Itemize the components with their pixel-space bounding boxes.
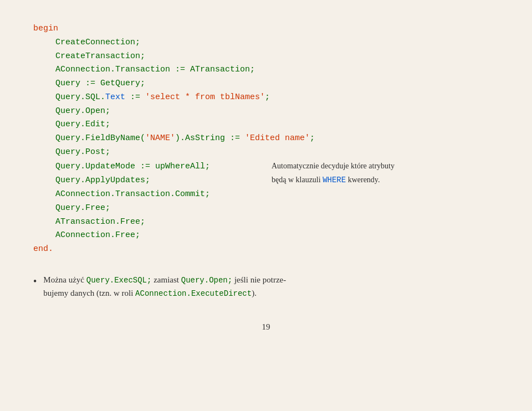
bullet-dot: • bbox=[33, 274, 37, 290]
code-fieldbyname: Query.FieldByName('NAME').AsString := 'E… bbox=[55, 133, 315, 143]
code-aconnfree: AConnection.Free; bbox=[55, 230, 140, 240]
code-updatemode: Query.UpdateMode := upWhereAll; bbox=[55, 162, 210, 171]
bullet-code1: Query.ExecSQL; bbox=[86, 276, 152, 285]
bullet-section: • Można użyć Query.ExecSQL; zamiast Quer… bbox=[33, 273, 488, 300]
code-line-aconnfree: AConnection.Free; bbox=[33, 229, 499, 243]
code-atrans: AConnection.Transaction := ATransaction; bbox=[55, 65, 255, 74]
code-queryfree: Query.Free; bbox=[55, 203, 110, 213]
bullet-pre: Można użyć bbox=[43, 275, 86, 284]
code-block: begin CreateConnection; CreateTransactio… bbox=[33, 22, 499, 256]
code-atransfree: ATransaction.Free; bbox=[55, 217, 145, 227]
code-line-open: Query.Open; bbox=[33, 105, 499, 119]
code-commit: AConnection.Transaction.Commit; bbox=[55, 189, 210, 199]
page-number: 19 bbox=[262, 322, 270, 331]
comment-applyupdates-post: kwerendy. bbox=[346, 176, 380, 184]
code-line-createconn: CreateConnection; bbox=[33, 36, 499, 50]
code-line-atransfree: ATransaction.Free; bbox=[33, 215, 499, 229]
code-edit: Query.Edit; bbox=[55, 120, 110, 129]
comment-applyupdates-pre: będą w klauzuli bbox=[272, 176, 323, 184]
code-line-applyupdates: Query.ApplyUpdates; będą w klauzuli WHER… bbox=[33, 173, 499, 188]
page-number-area: 19 bbox=[33, 322, 499, 332]
code-line-end: end. bbox=[33, 243, 499, 256]
bullet-code2: Query.Open; bbox=[181, 276, 232, 285]
comment-where-keyword: WHERE bbox=[323, 176, 346, 184]
code-line-getquery: Query := GetQuery; bbox=[33, 77, 499, 91]
code-post: Query.Post; bbox=[55, 147, 110, 157]
code-sqltext-pre: Query.SQL. bbox=[55, 93, 105, 102]
code-getquery: Query := GetQuery; bbox=[55, 79, 145, 88]
code-sqltext-keyword: Text bbox=[105, 93, 125, 102]
code-createtrans: CreateTransaction; bbox=[55, 52, 145, 61]
bullet-end: ). bbox=[252, 289, 257, 297]
code-sqltext-rest: := 'select * from tblNames'; bbox=[125, 93, 270, 102]
comment-applyupdates: będą w klauzuli WHERE kwerendy. bbox=[266, 173, 380, 187]
code-applyupdates: Query.ApplyUpdates; bbox=[55, 176, 150, 185]
code-line-begin: begin bbox=[33, 22, 499, 36]
code-line-updatemode: Query.UpdateMode := upWhereAll; Automaty… bbox=[33, 160, 499, 174]
bullet-code3: AConnection.ExecuteDirect bbox=[135, 289, 252, 298]
bullet-mid: zamiast bbox=[151, 275, 181, 284]
code-line-atrans: AConnection.Transaction := ATransaction; bbox=[33, 63, 499, 77]
keyword-begin: begin bbox=[33, 24, 58, 33]
code-line-sqltext: Query.SQL.Text := 'select * from tblName… bbox=[33, 91, 499, 105]
code-line-commit: AConnection.Transaction.Commit; bbox=[33, 188, 499, 202]
code-line-queryfree: Query.Free; bbox=[33, 202, 499, 215]
comment-updatemode: Automatycznie decyduje które atrybuty bbox=[266, 160, 395, 172]
page-content: begin CreateConnection; CreateTransactio… bbox=[33, 22, 499, 332]
code-line-post: Query.Post; bbox=[33, 146, 499, 160]
code-createconn: CreateConnection; bbox=[55, 38, 140, 47]
code-line-fieldbyname: Query.FieldByName('NAME').AsString := 'E… bbox=[33, 132, 499, 146]
code-open: Query.Open; bbox=[55, 106, 110, 116]
code-line-edit: Query.Edit; bbox=[33, 118, 499, 132]
code-line-createtrans: CreateTransaction; bbox=[33, 50, 499, 64]
bullet-text: Można użyć Query.ExecSQL; zamiast Query.… bbox=[43, 273, 488, 300]
keyword-end: end. bbox=[33, 244, 53, 254]
